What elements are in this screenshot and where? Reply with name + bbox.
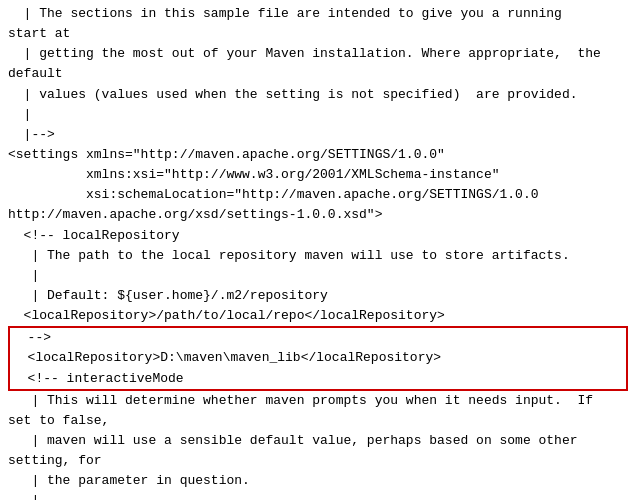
- code-line: setting, for: [8, 451, 628, 471]
- code-line: start at: [8, 24, 628, 44]
- code-line: <localRepository>/path/to/local/repo</lo…: [8, 306, 628, 326]
- code-line: |-->: [8, 125, 628, 145]
- code-line: xmlns:xsi="http://www.w3.org/2001/XMLSch…: [8, 165, 628, 185]
- code-line: <!-- localRepository: [8, 226, 628, 246]
- code-line: default: [8, 64, 628, 84]
- code-line: <settings xmlns="http://maven.apache.org…: [8, 145, 628, 165]
- highlighted-box: --> <localRepository>D:\maven\maven_lib<…: [8, 326, 628, 390]
- code-line: <localRepository>D:\maven\maven_lib</loc…: [12, 348, 624, 368]
- code-line: <!-- interactiveMode: [12, 369, 624, 389]
- code-line: set to false,: [8, 411, 628, 431]
- code-line: |: [8, 105, 628, 125]
- code-editor: | The sections in this sample file are i…: [0, 0, 636, 500]
- code-line: | The sections in this sample file are i…: [8, 4, 628, 24]
- code-line: | Default: ${user.home}/.m2/repository: [8, 286, 628, 306]
- code-line: | the parameter in question.: [8, 471, 628, 491]
- code-line: |: [8, 491, 628, 500]
- code-line: xsi:schemaLocation="http://maven.apache.…: [8, 185, 628, 205]
- code-line: http://maven.apache.org/xsd/settings-1.0…: [8, 205, 628, 225]
- code-line: | This will determine whether maven prom…: [8, 391, 628, 411]
- code-line: | maven will use a sensible default valu…: [8, 431, 628, 451]
- code-line: | getting the most out of your Maven ins…: [8, 44, 628, 64]
- code-line: | The path to the local repository maven…: [8, 246, 628, 266]
- code-line: -->: [12, 328, 624, 348]
- code-line: | values (values used when the setting i…: [8, 85, 628, 105]
- code-line: |: [8, 266, 628, 286]
